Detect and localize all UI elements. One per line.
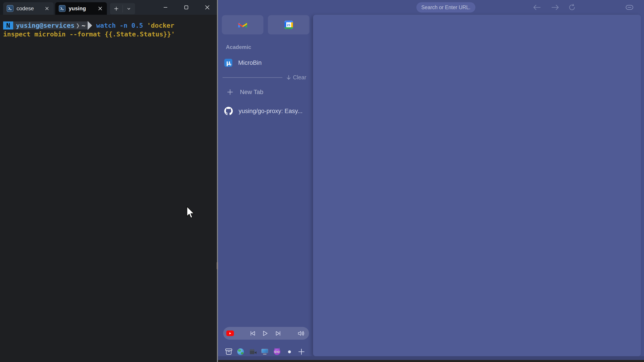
prompt-user-host: yusing@services — [13, 21, 75, 29]
sidebar-tab-go-proxy[interactable]: yusing/go-proxy: Easy... — [221, 105, 310, 117]
tabs-divider — [222, 77, 282, 78]
browser-bottom-chrome — [218, 356, 644, 360]
powerline-arrow-icon — [88, 21, 92, 30]
microbin-dot — [230, 64, 231, 65]
screen-bottom-edge — [218, 360, 644, 362]
browser-sidebar: 21 Academic μ MicroBin Clear — [218, 15, 313, 362]
calendar-bottom-strip — [284, 27, 293, 29]
next-track-button[interactable] — [274, 327, 283, 340]
os-badge: N — [3, 21, 13, 29]
media-player-bar — [223, 327, 309, 340]
tab-title: MicroBin — [238, 59, 262, 66]
terminal-window: codese yusing — [0, 0, 218, 362]
plus-icon — [226, 88, 234, 96]
prompt-chevron: ❯ — [75, 21, 80, 29]
play-button[interactable] — [261, 327, 270, 340]
new-tab-split-button — [110, 3, 135, 14]
clear-tabs-button[interactable]: Clear — [286, 74, 306, 81]
new-tab-plus-icon[interactable] — [110, 3, 122, 14]
essential-tab-gmail[interactable] — [222, 15, 264, 34]
terminal-minimize-button[interactable] — [156, 0, 175, 15]
link-icon[interactable] — [624, 0, 635, 15]
tab-dropdown-chevron-icon[interactable] — [123, 3, 135, 14]
terminal-close-button[interactable] — [198, 0, 217, 15]
new-tab-button[interactable]: New Tab — [221, 86, 310, 98]
tab-label: yusing — [69, 5, 86, 12]
clear-label: Clear — [293, 74, 306, 81]
screen: codese yusing — [0, 0, 644, 362]
terminal-viewport[interactable]: Nyusing@services❯~watch -n 0.5 'docker i… — [0, 15, 218, 362]
terminal-titlebar: codese yusing — [0, 0, 218, 15]
browser-window: 21 Academic μ MicroBin Clear — [218, 0, 644, 362]
powershell-icon — [7, 5, 14, 12]
back-button[interactable] — [531, 0, 543, 15]
search-url-input[interactable] — [416, 2, 476, 12]
calendar-left-strip — [284, 22, 286, 27]
tab-label: codese — [16, 5, 34, 12]
prompt-line: Nyusing@services❯~watch -n 0.5 'docker — [3, 21, 174, 30]
terminal-maximize-button[interactable] — [177, 0, 196, 15]
command-text: watch -n 0.5 — [96, 22, 147, 29]
terminal-tab-yusing[interactable]: yusing — [55, 2, 107, 15]
clear-section: Clear — [218, 74, 313, 81]
terminal-tab-codese[interactable]: codese — [3, 2, 54, 15]
tab-close-icon[interactable] — [97, 5, 103, 12]
reload-button[interactable] — [566, 0, 578, 15]
microbin-favicon: μ — [224, 59, 232, 67]
youtube-icon[interactable] — [226, 331, 234, 336]
volume-button[interactable] — [296, 327, 306, 340]
tab-title: yusing/go-proxy: Easy... — [238, 108, 302, 115]
gmail-icon — [238, 21, 247, 28]
tab-close-icon[interactable] — [44, 5, 50, 12]
workspace-section-label: Academic — [226, 44, 251, 50]
github-favicon — [224, 107, 233, 115]
browser-toolbar — [218, 0, 644, 15]
calendar-right-strip — [291, 22, 293, 27]
arrow-down-icon — [286, 75, 291, 80]
command-wrapped-line: inspect microbin --format {{.State.Statu… — [3, 30, 175, 38]
command-string: 'docker — [147, 22, 174, 29]
sidebar-tab-microbin[interactable]: μ MicroBin — [221, 56, 310, 69]
calendar-date: 21 — [286, 22, 291, 27]
forward-button[interactable] — [549, 0, 562, 15]
web-content-area — [313, 15, 641, 356]
calendar-top-strip — [284, 20, 293, 22]
powershell-icon — [59, 5, 66, 12]
google-calendar-icon: 21 — [284, 20, 293, 29]
prompt-cwd: ~ — [80, 21, 88, 29]
new-tab-label: New Tab — [240, 89, 264, 96]
essential-tab-google-calendar[interactable]: 21 — [268, 15, 310, 34]
previous-track-button[interactable] — [248, 327, 257, 340]
